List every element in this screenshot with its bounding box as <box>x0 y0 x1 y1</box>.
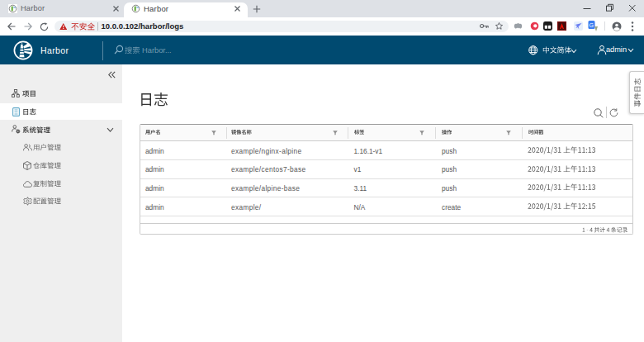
svg-text:G: G <box>589 22 593 28</box>
